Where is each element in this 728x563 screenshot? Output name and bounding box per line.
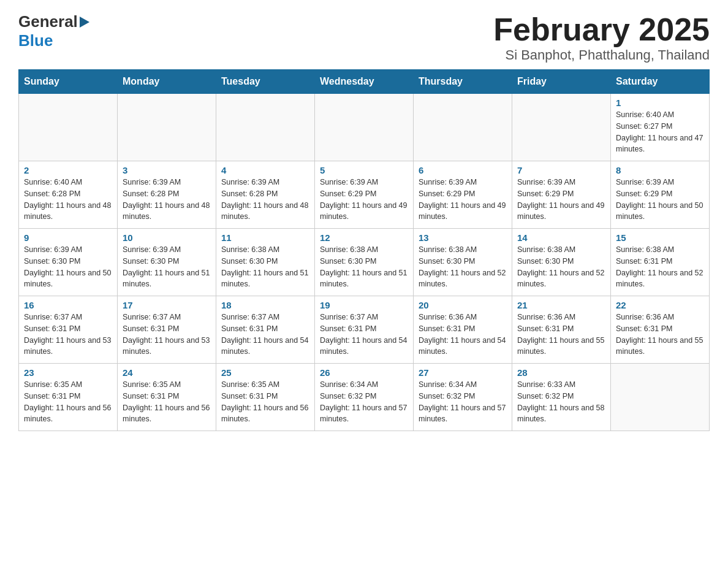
day-info: Sunrise: 6:39 AMSunset: 6:29 PMDaylight:… <box>320 177 408 223</box>
weekday-header-friday: Friday <box>512 70 611 94</box>
calendar-cell <box>512 94 611 161</box>
calendar-cell: 1Sunrise: 6:40 AMSunset: 6:27 PMDaylight… <box>611 94 710 161</box>
day-number: 28 <box>517 367 605 378</box>
calendar-week-row: 1Sunrise: 6:40 AMSunset: 6:27 PMDaylight… <box>19 94 710 161</box>
day-number: 15 <box>616 232 704 243</box>
calendar-cell: 7Sunrise: 6:39 AMSunset: 6:29 PMDaylight… <box>512 161 611 229</box>
logo-general-text: General <box>18 12 78 31</box>
calendar-cell: 18Sunrise: 6:37 AMSunset: 6:31 PMDayligh… <box>216 296 315 364</box>
day-info: Sunrise: 6:39 AMSunset: 6:28 PMDaylight:… <box>221 177 309 223</box>
day-number: 22 <box>616 300 704 310</box>
day-info: Sunrise: 6:33 AMSunset: 6:32 PMDaylight:… <box>517 379 605 425</box>
weekday-header-monday: Monday <box>118 70 216 94</box>
day-info: Sunrise: 6:39 AMSunset: 6:29 PMDaylight:… <box>419 177 507 223</box>
day-number: 26 <box>320 367 408 378</box>
calendar-cell <box>611 364 710 431</box>
calendar-week-row: 16Sunrise: 6:37 AMSunset: 6:31 PMDayligh… <box>19 296 710 364</box>
calendar-title: February 2025 <box>493 12 710 47</box>
logo: General Blue <box>18 12 89 50</box>
day-info: Sunrise: 6:39 AMSunset: 6:29 PMDaylight:… <box>517 177 605 223</box>
day-info: Sunrise: 6:35 AMSunset: 6:31 PMDaylight:… <box>24 379 112 425</box>
calendar-subtitle: Si Banphot, Phatthalung, Thailand <box>493 47 710 63</box>
day-info: Sunrise: 6:40 AMSunset: 6:28 PMDaylight:… <box>24 177 112 223</box>
calendar-header-row: SundayMondayTuesdayWednesdayThursdayFrid… <box>19 70 710 94</box>
calendar-cell: 16Sunrise: 6:37 AMSunset: 6:31 PMDayligh… <box>19 296 118 364</box>
calendar-week-row: 2Sunrise: 6:40 AMSunset: 6:28 PMDaylight… <box>19 161 710 229</box>
day-info: Sunrise: 6:37 AMSunset: 6:31 PMDaylight:… <box>24 312 112 358</box>
day-number: 12 <box>320 232 408 243</box>
calendar-cell <box>414 94 512 161</box>
calendar-cell: 13Sunrise: 6:38 AMSunset: 6:30 PMDayligh… <box>414 229 512 296</box>
day-info: Sunrise: 6:37 AMSunset: 6:31 PMDaylight:… <box>320 312 408 358</box>
calendar-cell: 21Sunrise: 6:36 AMSunset: 6:31 PMDayligh… <box>512 296 611 364</box>
day-info: Sunrise: 6:39 AMSunset: 6:29 PMDaylight:… <box>616 177 704 223</box>
day-info: Sunrise: 6:39 AMSunset: 6:30 PMDaylight:… <box>123 244 211 290</box>
calendar-cell: 28Sunrise: 6:33 AMSunset: 6:32 PMDayligh… <box>512 364 611 431</box>
day-info: Sunrise: 6:40 AMSunset: 6:27 PMDaylight:… <box>616 109 704 155</box>
day-info: Sunrise: 6:35 AMSunset: 6:31 PMDaylight:… <box>123 379 211 425</box>
calendar-cell: 19Sunrise: 6:37 AMSunset: 6:31 PMDayligh… <box>315 296 414 364</box>
svg-marker-0 <box>80 17 89 28</box>
weekday-header-wednesday: Wednesday <box>315 70 414 94</box>
calendar-cell: 8Sunrise: 6:39 AMSunset: 6:29 PMDaylight… <box>611 161 710 229</box>
calendar-cell: 10Sunrise: 6:39 AMSunset: 6:30 PMDayligh… <box>118 229 216 296</box>
calendar-cell: 6Sunrise: 6:39 AMSunset: 6:29 PMDaylight… <box>414 161 512 229</box>
weekday-header-sunday: Sunday <box>19 70 118 94</box>
calendar-cell: 12Sunrise: 6:38 AMSunset: 6:30 PMDayligh… <box>315 229 414 296</box>
day-info: Sunrise: 6:39 AMSunset: 6:28 PMDaylight:… <box>123 177 211 223</box>
day-number: 17 <box>123 300 211 310</box>
day-number: 8 <box>616 165 704 175</box>
calendar-cell: 26Sunrise: 6:34 AMSunset: 6:32 PMDayligh… <box>315 364 414 431</box>
day-info: Sunrise: 6:35 AMSunset: 6:31 PMDaylight:… <box>221 379 309 425</box>
day-number: 1 <box>616 98 704 108</box>
day-number: 7 <box>517 165 605 175</box>
day-info: Sunrise: 6:38 AMSunset: 6:30 PMDaylight:… <box>221 244 309 290</box>
day-number: 21 <box>517 300 605 310</box>
weekday-header-tuesday: Tuesday <box>216 70 315 94</box>
calendar-week-row: 23Sunrise: 6:35 AMSunset: 6:31 PMDayligh… <box>19 364 710 431</box>
day-number: 16 <box>24 300 112 310</box>
calendar-cell: 23Sunrise: 6:35 AMSunset: 6:31 PMDayligh… <box>19 364 118 431</box>
day-info: Sunrise: 6:34 AMSunset: 6:32 PMDaylight:… <box>419 379 507 425</box>
day-number: 27 <box>419 367 507 378</box>
calendar-cell: 17Sunrise: 6:37 AMSunset: 6:31 PMDayligh… <box>118 296 216 364</box>
day-info: Sunrise: 6:36 AMSunset: 6:31 PMDaylight:… <box>517 312 605 358</box>
day-number: 18 <box>221 300 309 310</box>
calendar-cell <box>216 94 315 161</box>
day-info: Sunrise: 6:36 AMSunset: 6:31 PMDaylight:… <box>616 312 704 358</box>
day-info: Sunrise: 6:38 AMSunset: 6:30 PMDaylight:… <box>419 244 507 290</box>
day-info: Sunrise: 6:34 AMSunset: 6:32 PMDaylight:… <box>320 379 408 425</box>
day-info: Sunrise: 6:37 AMSunset: 6:31 PMDaylight:… <box>123 312 211 358</box>
day-number: 5 <box>320 165 408 175</box>
calendar-cell <box>19 94 118 161</box>
calendar-cell: 4Sunrise: 6:39 AMSunset: 6:28 PMDaylight… <box>216 161 315 229</box>
calendar-cell: 5Sunrise: 6:39 AMSunset: 6:29 PMDaylight… <box>315 161 414 229</box>
calendar-cell: 2Sunrise: 6:40 AMSunset: 6:28 PMDaylight… <box>19 161 118 229</box>
page-header: General Blue February 2025 Si Banphot, P… <box>18 12 710 63</box>
day-number: 20 <box>419 300 507 310</box>
day-number: 11 <box>221 232 309 243</box>
calendar-cell: 25Sunrise: 6:35 AMSunset: 6:31 PMDayligh… <box>216 364 315 431</box>
day-number: 25 <box>221 367 309 378</box>
calendar-cell: 22Sunrise: 6:36 AMSunset: 6:31 PMDayligh… <box>611 296 710 364</box>
day-info: Sunrise: 6:39 AMSunset: 6:30 PMDaylight:… <box>24 244 112 290</box>
day-number: 23 <box>24 367 112 378</box>
calendar-title-area: February 2025 Si Banphot, Phatthalung, T… <box>493 12 710 63</box>
day-info: Sunrise: 6:38 AMSunset: 6:31 PMDaylight:… <box>616 244 704 290</box>
weekday-header-saturday: Saturday <box>611 70 710 94</box>
calendar-week-row: 9Sunrise: 6:39 AMSunset: 6:30 PMDaylight… <box>19 229 710 296</box>
calendar-table: SundayMondayTuesdayWednesdayThursdayFrid… <box>18 69 710 431</box>
calendar-cell: 15Sunrise: 6:38 AMSunset: 6:31 PMDayligh… <box>611 229 710 296</box>
day-number: 13 <box>419 232 507 243</box>
logo-blue-text: Blue <box>18 31 53 50</box>
calendar-cell: 24Sunrise: 6:35 AMSunset: 6:31 PMDayligh… <box>118 364 216 431</box>
day-info: Sunrise: 6:38 AMSunset: 6:30 PMDaylight:… <box>517 244 605 290</box>
calendar-cell: 20Sunrise: 6:36 AMSunset: 6:31 PMDayligh… <box>414 296 512 364</box>
calendar-cell <box>118 94 216 161</box>
day-number: 6 <box>419 165 507 175</box>
weekday-header-thursday: Thursday <box>414 70 512 94</box>
calendar-cell: 27Sunrise: 6:34 AMSunset: 6:32 PMDayligh… <box>414 364 512 431</box>
day-info: Sunrise: 6:36 AMSunset: 6:31 PMDaylight:… <box>419 312 507 358</box>
day-number: 2 <box>24 165 112 175</box>
calendar-cell <box>315 94 414 161</box>
